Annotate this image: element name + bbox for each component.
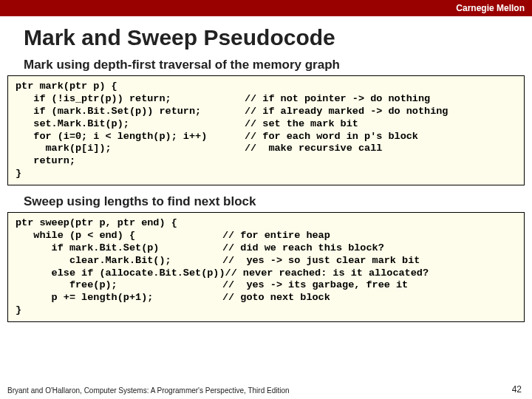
mark-subhead: Mark using depth-first traversal of the … <box>0 56 532 75</box>
code-text: ptr sweep(ptr p, ptr end) { <box>16 217 222 230</box>
brand-label: Carnegie Mellon <box>456 3 525 13</box>
footer-citation: Bryant and O'Hallaron, Computer Systems:… <box>7 386 290 395</box>
code-line: p += length(p+1);// goto next block <box>16 292 516 304</box>
code-line: free(p);// yes -> its garbage, free it <box>16 279 516 292</box>
code-text: for (i=0; i < length(p); i++) <box>16 131 245 143</box>
code-line: for (i=0; i < length(p); i++)// for each… <box>16 131 516 143</box>
page-number: 42 <box>512 384 522 395</box>
code-text: clear.Mark.Bit(); <box>16 255 222 267</box>
code-text: } <box>16 168 245 180</box>
code-text: else if (allocate.Bit.Set(p)) <box>16 267 225 280</box>
code-comment: // yes -> so just clear mark bit <box>222 255 420 267</box>
code-comment: // for each word in p's block <box>245 131 418 143</box>
code-line: return; <box>16 155 516 168</box>
code-line: mark(p[i]);// make recursive call <box>16 143 516 155</box>
code-text: } <box>16 304 222 317</box>
code-text: free(p); <box>16 279 222 292</box>
code-line: ptr mark(ptr p) { <box>16 81 516 93</box>
code-line: if mark.Bit.Set(p)// did we reach this b… <box>16 242 516 255</box>
code-comment: // set the mark bit <box>245 118 358 131</box>
code-comment: // yes -> its garbage, free it <box>222 279 408 292</box>
code-comment: // never reached: is it allocated? <box>225 267 429 280</box>
code-comment: // make recursive call <box>245 143 382 155</box>
code-text: mark(p[i]); <box>16 143 245 155</box>
code-comment: // for entire heap <box>222 230 330 242</box>
topbar: Carnegie Mellon <box>0 0 532 16</box>
code-comment: // did we reach this block? <box>222 242 384 255</box>
code-text: if (!is_ptr(p)) return; <box>16 93 245 106</box>
sweep-subhead: Sweep using lengths to find next block <box>0 193 532 212</box>
code-text: ptr mark(ptr p) { <box>16 81 245 93</box>
code-text: p += length(p+1); <box>16 292 222 304</box>
code-text: if mark.Bit.Set(p) <box>16 242 222 255</box>
code-line: } <box>16 304 516 317</box>
code-line: else if (allocate.Bit.Set(p))// never re… <box>16 267 516 280</box>
code-line: if (!is_ptr(p)) return;// if not pointer… <box>16 93 516 106</box>
code-text: return; <box>16 155 245 168</box>
code-line: } <box>16 168 516 180</box>
slide-title: Mark and Sweep Pseudocode <box>0 16 532 56</box>
code-comment: // if not pointer -> do nothing <box>245 93 430 106</box>
code-line: while (p < end) {// for entire heap <box>16 230 516 242</box>
code-text: set.Mark.Bit(p); <box>16 118 245 131</box>
code-comment: // goto next block <box>222 292 330 304</box>
code-comment: // if already marked -> do nothing <box>245 106 448 118</box>
code-line: set.Mark.Bit(p);// set the mark bit <box>16 118 516 131</box>
code-line: ptr sweep(ptr p, ptr end) { <box>16 217 516 230</box>
sweep-codebox: ptr sweep(ptr p, ptr end) { while (p < e… <box>7 212 525 322</box>
mark-codebox: ptr mark(ptr p) { if (!is_ptr(p)) return… <box>7 75 525 185</box>
code-line: if (mark.Bit.Set(p)) return;// if alread… <box>16 106 516 118</box>
code-line: clear.Mark.Bit();// yes -> so just clear… <box>16 255 516 267</box>
code-text: if (mark.Bit.Set(p)) return; <box>16 106 245 118</box>
code-text: while (p < end) { <box>16 230 222 242</box>
